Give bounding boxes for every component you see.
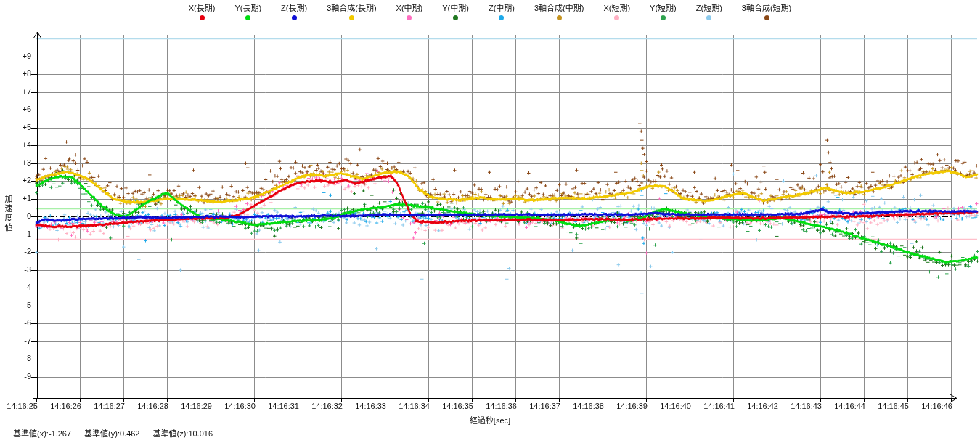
- legend-label: 3軸合成(長期): [327, 4, 376, 13]
- x-tick-label: 14:16:42: [736, 402, 778, 411]
- legend-label: X(短期): [603, 4, 630, 13]
- legend-item-z_short: Z(短期): [696, 4, 722, 20]
- y-tick-label: -5: [12, 301, 31, 310]
- x-tick-label: 14:16:30: [213, 402, 256, 411]
- y-tick-label: +9: [12, 52, 31, 61]
- legend-label: Z(短期): [696, 4, 722, 13]
- x-axis-title: 経過秒[sec]: [436, 414, 544, 426]
- legend-label: 3軸合成(中期): [534, 4, 584, 13]
- x-tick-label: 14:16:36: [475, 402, 517, 411]
- legend-color-marker: [661, 15, 666, 20]
- legend-item-y_short: Y(短期): [650, 4, 677, 20]
- x-tick-label: 14:16:26: [39, 402, 81, 411]
- y-tick-label: -3: [12, 265, 31, 275]
- x-tick-label: 14:16:32: [301, 402, 343, 411]
- y-tick-label: +6: [12, 105, 31, 114]
- legend-color-marker: [499, 15, 504, 20]
- x-tick-label: 14:16:34: [388, 402, 430, 411]
- x-tick-label: 14:16:40: [649, 402, 691, 411]
- chart-canvas: [0, 0, 980, 443]
- baseline-y-value: 基準値(y):0.462: [84, 427, 139, 439]
- legend-color-marker: [349, 15, 354, 20]
- y-tick-label: +2: [12, 176, 31, 185]
- y-tick-label: +5: [12, 123, 31, 132]
- x-tick-label: 14:16:37: [518, 402, 560, 411]
- legend-item-x_long: X(長期): [189, 4, 216, 20]
- x-tick-label: 14:16:28: [126, 402, 168, 411]
- y-tick-label: +1: [12, 194, 31, 203]
- legend-color-marker: [453, 15, 458, 20]
- legend-label: 3軸合成(短期): [742, 4, 791, 13]
- legend-label: X(長期): [189, 4, 216, 13]
- y-tick-label: -2: [12, 247, 31, 256]
- y-tick-label: -9: [12, 372, 31, 381]
- y-tick-label: -6: [12, 318, 31, 328]
- legend-item-z_long: Z(長期): [281, 4, 307, 20]
- x-tick-label: 14:16:39: [605, 402, 648, 411]
- legend-item-y_long: Y(長期): [234, 4, 261, 20]
- x-tick-label: 14:16:45: [867, 402, 909, 411]
- legend-color-marker: [764, 15, 769, 20]
- legend-color-marker: [292, 15, 297, 20]
- legend: X(長期)Y(長期)Z(長期)3軸合成(長期)X(中期)Y(中期)Z(中期)3軸…: [0, 4, 980, 20]
- legend-item-c_mid: 3軸合成(中期): [534, 4, 584, 20]
- baseline-z-value: 基準値(z):10.016: [153, 427, 213, 439]
- baseline-x-value: 基準値(x):-1.267: [13, 427, 71, 439]
- legend-color-marker: [706, 15, 711, 20]
- x-tick-label: 14:16:46: [910, 402, 952, 411]
- legend-item-z_mid: Z(中期): [489, 4, 515, 20]
- y-tick-label: +4: [12, 140, 31, 150]
- acceleration-chart-page: X(長期)Y(長期)Z(長期)3軸合成(長期)X(中期)Y(中期)Z(中期)3軸…: [0, 0, 980, 443]
- x-tick-label: 14:16:41: [693, 402, 735, 411]
- legend-color-marker: [200, 15, 205, 20]
- legend-label: Y(中期): [442, 4, 469, 13]
- legend-item-y_mid: Y(中期): [442, 4, 469, 20]
- y-tick-label: -1: [12, 229, 31, 239]
- baseline-values-footer: 基準値(x):-1.267 基準値(y):0.462 基準値(z):10.016: [13, 427, 213, 439]
- x-tick-label: 14:16:38: [562, 402, 604, 411]
- x-tick-label: 14:16:44: [823, 402, 865, 411]
- y-tick-label: +3: [12, 158, 31, 168]
- y-tick-label: -7: [12, 336, 31, 346]
- legend-color-marker: [407, 15, 412, 20]
- legend-label: X(中期): [396, 4, 423, 13]
- x-tick-label: 14:16:27: [83, 402, 125, 411]
- x-tick-label: 14:16:35: [431, 402, 473, 411]
- legend-label: Z(長期): [281, 4, 307, 13]
- legend-label: Y(短期): [650, 4, 677, 13]
- x-tick-label: 14:16:33: [344, 402, 386, 411]
- x-tick-label: 14:16:31: [257, 402, 299, 411]
- legend-color-marker: [614, 15, 619, 20]
- legend-label: Y(長期): [234, 4, 261, 13]
- y-tick-label: -8: [12, 354, 31, 363]
- x-tick-label: 14:16:43: [780, 402, 822, 411]
- legend-label: Z(中期): [489, 4, 515, 13]
- legend-item-c_short: 3軸合成(短期): [742, 4, 791, 20]
- x-tick-label: 14:16:25: [0, 402, 38, 411]
- y-tick-label: 0: [12, 211, 31, 221]
- y-tick-label: +7: [12, 87, 31, 97]
- legend-item-c_long: 3軸合成(長期): [327, 4, 376, 20]
- y-tick-label: +8: [12, 69, 31, 78]
- legend-item-x_short: X(短期): [603, 4, 630, 20]
- legend-color-marker: [245, 15, 250, 20]
- legend-color-marker: [557, 15, 562, 20]
- y-tick-label: -4: [12, 283, 31, 292]
- legend-item-x_mid: X(中期): [396, 4, 423, 20]
- x-tick-label: 14:16:29: [170, 402, 212, 411]
